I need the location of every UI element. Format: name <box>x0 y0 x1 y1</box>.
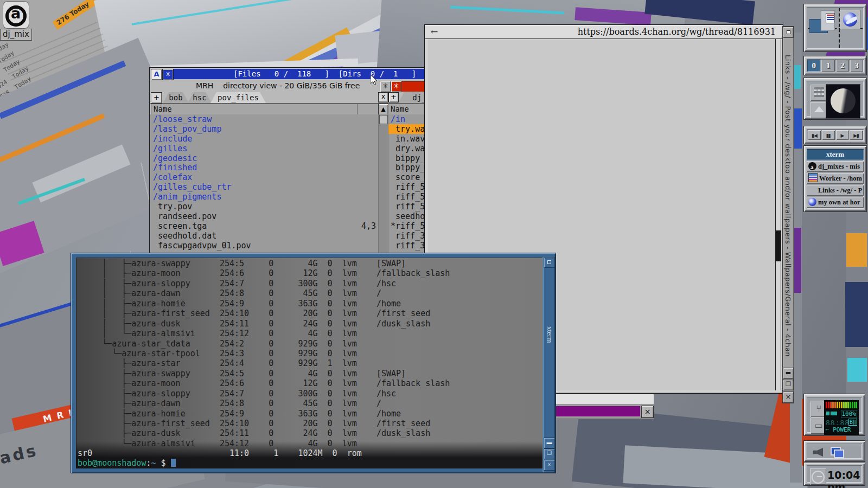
browser-close-button[interactable]: × <box>783 391 794 403</box>
window-icon <box>808 198 816 206</box>
logo-label: dj_mix <box>0 29 32 41</box>
media-button[interactable]: ▶▮ <box>850 130 863 140</box>
browser-url-bar[interactable]: ← https://boards.4chan.org/wg/thread/811… <box>425 25 782 39</box>
xterm-maximize-button[interactable]: ❐ <box>544 448 555 459</box>
browser-url: https://boards.4chan.org/wg/thread/81169… <box>578 25 776 38</box>
xterm-close-button[interactable]: × <box>544 460 555 471</box>
worker-left-pane: /loose_straw/last_pov_dump/include/gille… <box>151 114 388 255</box>
terminal-content[interactable]: │ ├─azura-swappy 254:5 0 4G 0 lvm [SWAP]… <box>76 258 544 468</box>
window-list-active-item[interactable]: xterm <box>807 149 864 160</box>
worker-file-row[interactable]: /gilles_cube_rtr <box>151 182 388 192</box>
worker-add-tab-button[interactable]: + <box>151 92 162 104</box>
browser-side-titlebar[interactable]: Links - /wg/ - Post your desktop and/or … <box>782 26 794 403</box>
clock-module: 10:04 pm <box>803 462 865 486</box>
worker-file-row[interactable]: /loose_straw <box>151 114 388 124</box>
worker-file-row[interactable]: /last_pov_dump <box>151 124 388 134</box>
battery-power-label: ⌐ POWER <box>826 425 857 433</box>
desk-button[interactable]: 0 <box>807 60 820 72</box>
monitors-icon[interactable] <box>831 447 843 457</box>
xterm-iconify-button[interactable]: ▬ <box>544 438 555 448</box>
browser-menu-button[interactable] <box>783 27 794 38</box>
worker-file-row[interactable]: /finished <box>151 163 388 172</box>
xterm-side-titlebar[interactable]: xterm ▬ ❐ × <box>542 257 555 472</box>
desk-button[interactable]: 3 <box>850 60 863 72</box>
desk-switcher-module: 0123 <box>803 56 867 75</box>
browser-maximize-button[interactable]: ❐ <box>783 379 794 390</box>
worker-gear-icon[interactable]: ✳ <box>380 81 391 92</box>
browser-iconify-button[interactable]: ▬ <box>783 368 794 379</box>
speaker-icon[interactable] <box>813 448 823 457</box>
moon-clock-module <box>803 78 867 120</box>
pager-module[interactable] <box>803 4 867 52</box>
pager-mini-window[interactable] <box>821 10 835 31</box>
mouse-cursor <box>371 75 378 86</box>
media-controls-module: ▮◀▮▮▶▶▮ <box>803 126 867 144</box>
media-button[interactable]: ▶ <box>836 130 849 140</box>
moon-phase-display <box>826 84 860 119</box>
worker-add-tab-right-button[interactable]: + <box>388 92 399 102</box>
worker-file-row[interactable]: /gilles <box>151 144 388 153</box>
worker-file-row[interactable]: seedhold.dat <box>151 231 388 241</box>
worker-name-header-left[interactable]: Name <box>151 104 360 115</box>
mixer-body <box>807 444 862 459</box>
mixer-module <box>803 440 865 462</box>
window-icon <box>808 186 816 194</box>
media-button[interactable]: ▮◀ <box>808 130 821 140</box>
window-list-item[interactable]: Links - /wg/ - P <box>807 185 864 196</box>
browser-scrollbar[interactable] <box>775 39 781 390</box>
logo-letter: a <box>11 5 21 22</box>
worker-file-row[interactable]: /anim_pigments <box>151 192 388 202</box>
worker-file-row[interactable]: randseed.pov <box>151 211 388 221</box>
xterm-window: │ ├─azura-swappy 254:5 0 4G 0 lvm [SWAP]… <box>71 253 556 473</box>
wallpaper-plane <box>845 282 868 347</box>
worker-tab[interactable]: pov_files <box>210 92 266 103</box>
window-list-item[interactable]: Worker - /hom <box>807 173 864 184</box>
worker-scrollbar-thumb[interactable] <box>379 115 388 124</box>
battery-module-body: ⑂ ▭ 100% 88:88 B‖ ⌐ POWER <box>807 397 862 433</box>
afterstep-logo[interactable]: a <box>3 1 29 29</box>
terminal-cursor <box>171 459 176 467</box>
wallpaper-plane <box>847 358 867 382</box>
worker-sort-button[interactable]: ▲ <box>378 104 388 115</box>
worker-file-row[interactable]: screen.tga4,3 <box>151 221 388 231</box>
worker-close-tab-button[interactable]: x <box>378 92 388 102</box>
worker-config-icon[interactable]: ✳ <box>162 69 174 80</box>
battery-charge-leds <box>826 402 857 408</box>
clock-body: 10:04 pm <box>807 465 862 483</box>
plug-icon <box>826 412 837 415</box>
shell-prompt: bob@moonshadow:~ $ <box>78 458 362 468</box>
lsblk-output: │ ├─azura-swappy 254:5 0 4G 0 lvm [SWAP]… <box>78 259 450 448</box>
worker-scrollbar[interactable] <box>378 114 388 255</box>
battery-lcd-panel: 100% 88:88 B‖ ⌐ POWER <box>824 400 859 435</box>
xterm-window-title: xterm <box>545 326 554 343</box>
worker-file-row[interactable]: /colefax <box>151 172 388 182</box>
browser-scrollbar-thumb[interactable] <box>776 230 781 261</box>
analog-clock-icon[interactable] <box>810 468 826 485</box>
pager-browser-icon[interactable] <box>840 10 860 29</box>
window-list-item[interactable]: my own at hor <box>807 197 864 208</box>
globe-icon <box>843 12 857 27</box>
clock-time: 10:04 pm <box>827 469 862 488</box>
window-list-item[interactable]: dj_mixes - mis <box>807 161 864 172</box>
background-window-close-button[interactable]: × <box>641 406 654 418</box>
window-icon <box>808 162 816 170</box>
window-list-module: xterm dj_mixes - misWorker - /homLinks -… <box>803 145 867 212</box>
desk-button[interactable]: 2 <box>836 60 849 72</box>
window-icon <box>808 173 818 182</box>
worker-file-row[interactable]: /include <box>151 134 388 144</box>
worker-title: MRH directory view - 20 GiB/356 GiB free <box>150 81 360 90</box>
worker-file-row[interactable]: try.pov <box>151 202 388 211</box>
pager-desktops[interactable] <box>807 7 864 49</box>
battery-monitor-module: ⑂ ▭ 100% 88:88 B‖ ⌐ POWER <box>803 394 865 436</box>
back-arrow-icon[interactable]: ← <box>431 25 438 38</box>
sr0-line: sr0 11:0 1 1024M 0 rom <box>78 448 362 458</box>
worker-mode-button[interactable]: A <box>151 69 162 80</box>
battery-percent: 100% <box>841 410 858 418</box>
worker-file-row[interactable]: fascwpgadvpw_01.pov <box>151 241 388 251</box>
worker-alarm-icon[interactable]: ✳ <box>391 81 402 92</box>
pager-mini-icon <box>826 13 835 23</box>
media-button[interactable]: ▮▮ <box>822 130 835 140</box>
desk-button[interactable]: 1 <box>821 60 834 72</box>
xterm-menu-button[interactable] <box>544 257 555 268</box>
worker-file-row[interactable]: /geodesic <box>151 153 388 163</box>
